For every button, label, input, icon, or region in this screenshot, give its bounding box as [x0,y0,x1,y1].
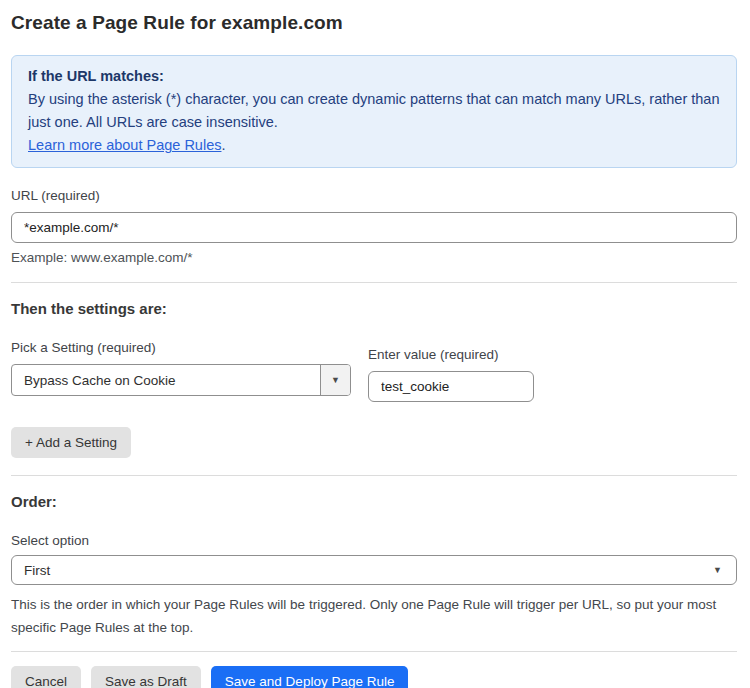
cancel-button[interactable]: Cancel [11,666,81,688]
learn-more-link[interactable]: Learn more about Page Rules [28,137,221,153]
info-box-body-text: By using the asterisk (*) character, you… [28,91,720,130]
save-and-deploy-button[interactable]: Save and Deploy Page Rule [211,666,409,688]
setting-select-arrow-button[interactable]: ▼ [320,365,350,395]
url-input[interactable] [11,212,737,243]
order-helper-text: This is the order in which your Page Rul… [11,593,737,639]
info-box-heading: If the URL matches: [28,65,720,88]
url-helper-text: Example: www.example.com/* [11,250,737,265]
info-box-body: By using the asterisk (*) character, you… [28,88,720,157]
setting-label: Pick a Setting (required) [11,340,351,355]
caret-down-icon: ▼ [713,566,722,575]
footer-buttons: Cancel Save as Draft Save and Deploy Pag… [11,666,737,688]
value-column: Enter value (required) [368,347,534,402]
setting-select[interactable]: Bypass Cache on Cookie ▼ [11,364,351,396]
setting-column: Pick a Setting (required) Bypass Cache o… [11,340,351,396]
add-setting-button[interactable]: + Add a Setting [11,427,131,458]
caret-down-icon: ▼ [331,376,340,385]
setting-value-input[interactable] [368,371,534,402]
divider [11,282,737,283]
order-heading: Order: [11,493,737,510]
setting-select-value: Bypass Cache on Cookie [12,365,320,395]
order-select[interactable]: First ▼ [11,555,737,585]
link-period: . [221,137,225,153]
divider [11,475,737,476]
page-title: Create a Page Rule for example.com [11,12,737,34]
settings-section: Then the settings are: Pick a Setting (r… [11,300,737,458]
url-match-info-box: If the URL matches: By using the asteris… [11,55,737,168]
url-label: URL (required) [11,188,737,203]
save-as-draft-button[interactable]: Save as Draft [91,666,201,688]
divider [11,651,737,652]
order-section: Order: Select option First ▼ This is the… [11,493,737,639]
settings-row: Pick a Setting (required) Bypass Cache o… [11,340,737,402]
settings-heading: Then the settings are: [11,300,737,317]
order-select-value: First [24,563,50,578]
url-section: URL (required) Example: www.example.com/… [11,188,737,265]
value-label: Enter value (required) [368,347,534,362]
order-label: Select option [11,533,737,548]
